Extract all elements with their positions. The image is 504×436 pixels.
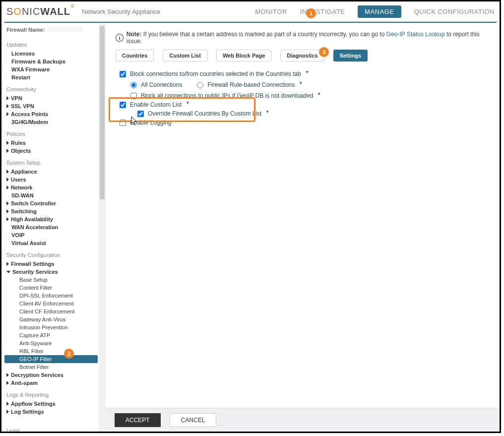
group-system-setup: System Setup — [4, 155, 99, 168]
info-icon: i — [116, 34, 124, 42]
nav-manage[interactable]: MANAGE — [358, 5, 401, 18]
subitem-dpi-ssl[interactable]: DPI-SSL Enforcement — [4, 292, 99, 300]
chk-override-countries[interactable] — [137, 111, 144, 117]
radio-all-connections-row: All Connections — [130, 81, 182, 88]
group-security-config: Security Configuration — [4, 247, 99, 260]
opt-enable-logging: Enable Logging — [120, 119, 492, 126]
sidebar-log-settings[interactable]: Log Settings — [4, 408, 99, 416]
annotation-badge-3: 3 — [319, 47, 329, 57]
chevron-right-icon — [6, 402, 9, 406]
sidebar-access-points[interactable]: Access Points — [4, 110, 99, 118]
note-bar: i Note: If you believe that a certain ad… — [116, 31, 492, 45]
chevron-right-icon — [6, 201, 9, 205]
group-legal[interactable]: Legal — [4, 423, 99, 432]
chevron-right-icon — [6, 209, 9, 213]
subitem-botnet-filter[interactable]: Botnet Filter — [4, 363, 99, 371]
chk-enable-custom-list[interactable] — [120, 102, 126, 108]
subitem-base-setup[interactable]: Base Setup — [4, 276, 99, 284]
sidebar-network[interactable]: Network — [4, 184, 99, 191]
opt-enable-custom-list: Enable Custom List▾ — [120, 101, 492, 108]
annotation-badge-2: 2 — [64, 349, 74, 359]
footer-bar: ACCEPT CANCEL — [106, 408, 500, 432]
opt-block-all-public: Block all connections to public IPs if G… — [130, 92, 492, 99]
sidebar-firewall-settings[interactable]: Firewall Settings — [4, 260, 99, 268]
accept-button[interactable]: ACCEPT — [115, 413, 161, 427]
tab-web-block-page[interactable]: Web Block Page — [216, 50, 271, 62]
chevron-down-icon — [6, 271, 10, 273]
chevron-right-icon — [6, 373, 9, 377]
main-content: i Note: If you believe that a certain ad… — [106, 23, 500, 432]
subitem-anti-spyware[interactable]: Anti-Spyware — [4, 339, 99, 347]
radio-rule-based[interactable] — [197, 82, 203, 88]
sidebar-ssl-vpn[interactable]: SSL VPN — [4, 102, 99, 110]
sidebar-restart[interactable]: Restart — [4, 73, 99, 81]
chevron-right-icon — [6, 410, 9, 414]
sidebar-wxa-firmware[interactable]: WXA Firmware — [4, 65, 99, 73]
subitem-rbl-filter[interactable]: RBL Filter — [4, 347, 99, 355]
sidebar-vpn[interactable]: VPN — [4, 94, 99, 102]
chevron-right-icon — [6, 141, 9, 145]
subitem-content-filter[interactable]: Content Filter — [4, 284, 99, 292]
tab-settings[interactable]: Settings — [333, 50, 368, 62]
appliance-subtitle: Network Security Appliance — [82, 8, 160, 15]
group-logs-reporting: Logs & Reporting — [4, 387, 99, 400]
opt-block-connections: Block connections to/from countries sele… — [120, 70, 492, 77]
chevron-right-icon — [6, 262, 9, 266]
group-connectivity: Connectivity — [4, 81, 99, 94]
sidebar-appflow-settings[interactable]: Appflow Settings — [4, 400, 99, 408]
chevron-right-icon — [6, 178, 9, 182]
group-policies: Policies — [4, 126, 99, 139]
sidebar-switch-controller[interactable]: Switch Controller — [4, 199, 99, 207]
chevron-right-icon — [6, 112, 9, 116]
sidebar-appliance[interactable]: Appliance — [4, 168, 99, 176]
sidebar-security-services[interactable]: Security Services — [4, 268, 99, 276]
sidebar-decryption-services[interactable]: Decryption Services — [4, 371, 99, 379]
radio-all-connections[interactable] — [130, 82, 137, 88]
chevron-right-icon — [6, 104, 9, 108]
sidebar-wan-acceleration[interactable]: WAN Acceleration — [4, 223, 99, 231]
tab-diagnostics[interactable]: Diagnostics — [280, 50, 324, 62]
sidebar-sdwan[interactable]: SD-WAN — [4, 191, 99, 199]
sidebar-users[interactable]: Users — [4, 176, 99, 184]
chk-block-all-public[interactable] — [130, 93, 137, 99]
sidebar-3g4g-modem[interactable]: 3G/4G/Modem — [4, 118, 99, 126]
chevron-right-icon — [6, 170, 9, 174]
cancel-button[interactable]: CANCEL — [170, 413, 217, 427]
subitem-intrusion-prevention[interactable]: Intrusion Prevention — [4, 323, 99, 331]
scrollbar-thumb[interactable] — [100, 26, 105, 199]
nav-quick-config[interactable]: QUICK CONFIGURATION — [414, 8, 495, 15]
logo: SONICWALL° — [6, 6, 75, 17]
sidebar-objects[interactable]: Objects — [4, 147, 99, 155]
subitem-client-cf[interactable]: Client CF Enforcement — [4, 308, 99, 315]
top-bar: SONICWALL° Network Security Appliance MO… — [1, 1, 500, 22]
sidebar-voip[interactable]: VOIP — [4, 231, 99, 239]
chk-block-connections[interactable] — [120, 71, 126, 77]
sidebar-licenses[interactable]: Licenses — [4, 50, 99, 58]
sidebar-switching[interactable]: Switching — [4, 207, 99, 215]
chevron-right-icon — [6, 149, 9, 153]
subitem-geo-ip-filter[interactable]: GEO-IP Filter — [4, 355, 98, 363]
tab-custom-list[interactable]: Custom List — [163, 50, 207, 62]
sidebar-anti-spam[interactable]: Anti-spam — [4, 379, 99, 387]
sidebar-virtual-assist[interactable]: Virtual Assist — [4, 239, 99, 247]
sidebar-rules[interactable]: Rules — [4, 139, 99, 147]
subitem-gateway-av[interactable]: Gateway Anti-Virus — [4, 315, 99, 323]
firewall-name: Firewall Name: — [4, 26, 99, 37]
sidebar-scrollbar[interactable] — [99, 23, 106, 432]
geo-ip-status-lookup-link[interactable]: Geo-IP Status Lookup — [386, 31, 445, 38]
subitem-capture-atp[interactable]: Capture ATP — [4, 331, 99, 339]
subitem-client-av[interactable]: Client AV Enforcement — [4, 300, 99, 308]
sidebar: Firewall Name: Updates Licenses Firmware… — [1, 23, 99, 432]
subtabs: Countries Custom List Web Block Page Dia… — [116, 50, 492, 62]
sidebar-high-availability[interactable]: High Availability — [4, 215, 99, 223]
annotation-badge-1: 1 — [306, 8, 316, 18]
chevron-right-icon — [6, 96, 9, 100]
radio-rule-based-row: Firewall Rule-based Connections▾ — [197, 81, 302, 88]
nav-monitor[interactable]: MONITOR — [255, 8, 287, 15]
opt-override-countries: Override Firewall Countries By Custom Li… — [137, 110, 492, 117]
chevron-right-icon — [6, 381, 9, 385]
chk-enable-logging[interactable] — [120, 120, 126, 126]
group-updates: Updates — [4, 37, 99, 50]
tab-countries[interactable]: Countries — [116, 50, 154, 62]
sidebar-firmware-backups[interactable]: Firmware & Backups — [4, 58, 99, 65]
